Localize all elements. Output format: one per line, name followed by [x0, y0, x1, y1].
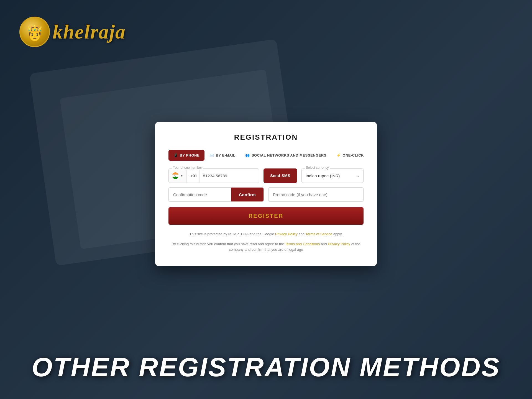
social-tab-icon: 👥	[245, 153, 250, 157]
modal-wrapper: REGISTRATION 📱 BY PHONE ✉️ BY E-MAIL 👥 S…	[155, 122, 377, 266]
phone-number-input[interactable]	[200, 173, 259, 178]
email-tab-icon: ✉️	[209, 153, 214, 157]
phone-currency-row: Your phone number ▼ +91	[168, 168, 364, 183]
currency-select[interactable]: Indian rupee (INR) ⌄	[301, 168, 364, 183]
privacy-policy-link[interactable]: Privacy Policy	[275, 232, 298, 236]
confirmation-code-input[interactable]	[169, 188, 231, 201]
fine-print2-pre: By clicking this button you confirm that…	[172, 242, 285, 246]
brand-name: khelraja	[53, 21, 126, 44]
phone-field-group: Your phone number ▼ +91	[168, 168, 259, 183]
registration-tabs: 📱 BY PHONE ✉️ BY E-MAIL 👥 SOCIAL NETWORK…	[168, 150, 364, 161]
phone-tab-label: BY PHONE	[180, 153, 200, 157]
fine-print-mid: and	[298, 232, 306, 236]
bottom-banner-text: OTHER REGISTRATION METHODS	[32, 352, 500, 382]
currency-field-label: Select currency	[305, 166, 330, 170]
fine-print-pre: This site is protected by reCAPTCHA and …	[189, 232, 275, 236]
currency-value: Indian rupee (INR)	[306, 173, 356, 178]
tab-social-networks[interactable]: 👥 SOCIAL NETWORKS AND MESSENGERS	[240, 150, 331, 161]
phone-field-label: Your phone number	[172, 166, 203, 170]
privacy-policy-link2[interactable]: Privacy Policy	[328, 242, 350, 246]
flag-white	[172, 175, 179, 177]
social-tab-label: SOCIAL NETWORKS AND MESSENGERS	[252, 153, 326, 157]
phone-prefix: +91	[187, 169, 200, 183]
confirmation-wrapper: Confirm	[168, 187, 264, 202]
oneclick-tab-icon: ⚡	[336, 153, 341, 157]
promo-code-input[interactable]	[268, 192, 363, 197]
tab-by-email[interactable]: ✉️ BY E-MAIL	[204, 150, 240, 161]
currency-field-group: Select currency Indian rupee (INR) ⌄	[301, 168, 364, 183]
flag-chakra	[175, 175, 176, 177]
bottom-banner: OTHER REGISTRATION METHODS	[0, 352, 532, 382]
india-flag	[172, 172, 179, 179]
fine-print-recaptcha: This site is protected by reCAPTCHA and …	[168, 231, 364, 237]
country-chevron-icon: ▼	[180, 174, 183, 177]
confirm-promo-row: Confirm	[168, 187, 364, 202]
country-selector[interactable]: ▼	[169, 169, 187, 183]
phone-tab-icon: 📱	[173, 153, 178, 157]
modal-title: REGISTRATION	[168, 133, 364, 142]
registration-modal: REGISTRATION 📱 BY PHONE ✉️ BY E-MAIL 👥 S…	[155, 122, 377, 266]
terms-conditions-link[interactable]: Terms and Conditions	[285, 242, 320, 246]
phone-input-wrapper: ▼ +91	[168, 168, 259, 183]
register-button[interactable]: REGISTER	[168, 207, 364, 225]
logo-icon: 🤴	[19, 17, 50, 47]
send-sms-button[interactable]: Send SMS	[264, 168, 297, 183]
email-tab-label: BY E-MAIL	[216, 153, 236, 157]
king-emoji: 🤴	[26, 26, 44, 40]
flag-green	[172, 177, 179, 179]
currency-chevron-icon: ⌄	[356, 173, 359, 178]
fine-print2-mid: and	[320, 242, 328, 246]
oneclick-tab-label: ONE-CLICK	[342, 153, 364, 157]
tab-by-phone[interactable]: 📱 BY PHONE	[168, 150, 204, 161]
fine-print-legal: By clicking this button you confirm that…	[168, 241, 364, 253]
fine-print-post: apply.	[332, 232, 342, 236]
terms-of-service-link[interactable]: Terms of Service	[305, 232, 332, 236]
flag-saffron	[172, 172, 179, 175]
logo-area: 🤴 khelraja	[19, 17, 126, 47]
promo-input-wrapper	[268, 187, 364, 202]
confirm-button[interactable]: Confirm	[231, 188, 264, 201]
tab-one-click[interactable]: ⚡ ONE-CLICK	[331, 150, 369, 161]
